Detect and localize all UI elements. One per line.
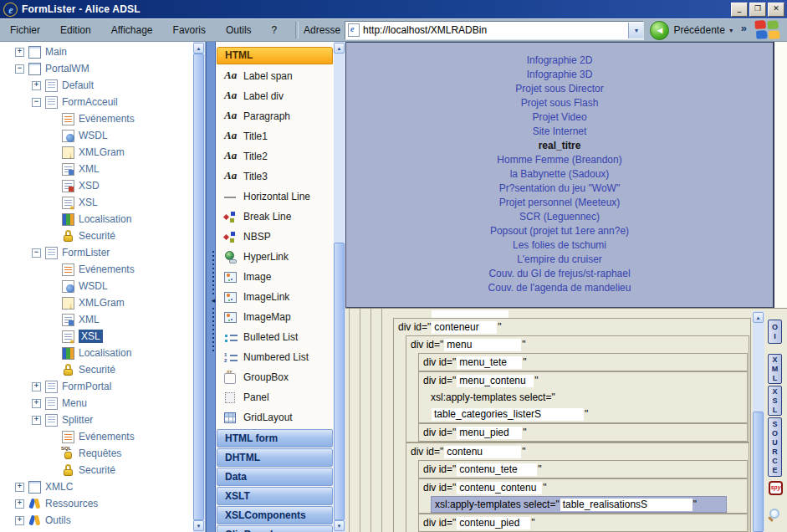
preview-link[interactable]: Infographie 3D — [346, 68, 773, 82]
toolbox-item-gridlayout[interactable]: GridLayout — [217, 407, 333, 427]
toolbox-category-dhtml[interactable]: DHTML — [217, 448, 333, 467]
select-field[interactable]: table_realisationsS — [560, 499, 692, 511]
id-field[interactable]: contenu_contenu — [457, 482, 542, 494]
preview-link[interactable]: Infographie 2D — [346, 54, 773, 68]
id-field[interactable]: menu_pied — [457, 427, 522, 439]
expand-icon[interactable]: + — [15, 516, 24, 525]
tree-item-securite[interactable]: Securité — [0, 462, 192, 478]
tree-item-requetes[interactable]: Requêtes — [0, 445, 192, 462]
expand-icon[interactable]: + — [32, 81, 41, 90]
toolbox-item-imagelink[interactable]: ImageLink — [217, 287, 333, 307]
node-label[interactable]: div id="menu_pied" — [419, 424, 747, 441]
tree-item-outils[interactable]: +Outils — [0, 512, 192, 529]
id-field[interactable]: menu_tete — [457, 356, 522, 369]
tree-item-wsdl[interactable]: WSDL — [0, 278, 192, 294]
node-label[interactable]: div id="menu_tete" — [419, 354, 747, 371]
expand-icon[interactable]: + — [32, 382, 41, 391]
tree-item-portalwm[interactable]: −PortalWM — [0, 60, 192, 77]
id-field[interactable]: contenu_tete — [457, 463, 537, 476]
toolbox-item-label-span[interactable]: Label span — [217, 66, 333, 86]
node-label[interactable]: div id="conteneur" — [394, 319, 750, 335]
tree-scrollbar-thumb[interactable] — [193, 54, 204, 520]
node-conteneur[interactable]: div id="conteneur" div id="menu" div id=… — [393, 318, 751, 532]
address-input[interactable]: http://localhost/XMLRADBin ▼ — [345, 21, 644, 40]
back-arrow-icon[interactable]: ◄ — [650, 21, 669, 40]
id-field[interactable]: contenu_pied — [457, 517, 530, 529]
preview-link[interactable]: Projet personnel (Meeteux) — [346, 196, 773, 210]
toolbox-item-title3[interactable]: Title3 — [217, 166, 333, 187]
tree-item-evenements[interactable]: Evénements — [0, 110, 192, 127]
id-field[interactable]: menu_contenu — [457, 375, 534, 387]
scroll-up-icon[interactable]: ▲ — [193, 43, 204, 54]
preview-link[interactable]: L'empire du cruiser — [346, 253, 773, 267]
node-contenu[interactable]: div id="contenu" div id="contenu_tete" d… — [406, 442, 749, 532]
expand-icon[interactable]: + — [15, 48, 24, 57]
menu-affichage[interactable]: Affichage — [101, 24, 163, 36]
address-dropdown-icon[interactable]: ▼ — [628, 23, 643, 38]
tree-item-default[interactable]: +Default — [0, 77, 192, 94]
node-label[interactable]: div id="contenu_tete" — [419, 461, 747, 478]
toolbox-item-horizontal-line[interactable]: Horizontal Line — [217, 187, 333, 207]
toolbox-item-title2[interactable]: Title2 — [217, 146, 333, 166]
node-menu-contenu[interactable]: div id="menu_contenu" xsl:apply-template… — [418, 371, 748, 423]
toolbar-overflow-icon[interactable]: » — [741, 22, 747, 34]
expand-icon[interactable]: + — [32, 416, 41, 425]
toolbox-item-break-line[interactable]: Break Line — [217, 207, 333, 227]
menu-help[interactable]: ? — [262, 24, 288, 36]
toolbox-scrollbar-thumb[interactable] — [334, 243, 345, 520]
collapse-icon[interactable]: − — [15, 64, 24, 74]
tree-scrollbar[interactable]: ▲ ▼ — [193, 42, 205, 532]
magnifier-icon[interactable] — [769, 509, 779, 519]
toolbox-category-html[interactable]: HTML — [217, 47, 333, 64]
tree-item-splitter[interactable]: +Splitter — [0, 412, 192, 428]
restore-button[interactable]: ❐ — [749, 3, 766, 17]
node-label[interactable]: div id="contenu_pied" — [419, 514, 747, 531]
tree-item-formacceuil[interactable]: −FormAcceuil — [0, 94, 192, 110]
toolbox-item-hyperlink[interactable]: HyperLink — [217, 247, 333, 267]
tree-item-ressources[interactable]: +Ressources — [0, 495, 192, 512]
node-apply-templates[interactable]: xsl:apply-templates select=" table_categ… — [419, 389, 747, 422]
node-menu[interactable]: div id="menu" div id="menu_tete" div id=… — [406, 335, 749, 442]
node-menu-tete[interactable]: div id="menu_tete" — [418, 353, 748, 371]
toolbox-item-label-div[interactable]: Label div — [217, 86, 333, 106]
tree-item-securite[interactable]: Securité — [0, 228, 192, 244]
id-field[interactable]: menu — [444, 339, 521, 351]
tree-item-xsl[interactable]: XSL — [0, 328, 192, 345]
tree-item-xmlgram[interactable]: XMLGram — [0, 144, 192, 161]
collapse-icon[interactable]: − — [32, 248, 41, 258]
panel-splitter[interactable]: ◄ — [206, 42, 216, 532]
tree-item-wsdl[interactable]: WSDL — [0, 127, 192, 144]
tree-item-xsd[interactable]: XSD — [0, 177, 192, 194]
designer-scrollbar-thumb[interactable] — [753, 412, 764, 532]
toolbox-item-bulleted-list[interactable]: Bulleted List — [217, 327, 333, 347]
menu-outils[interactable]: Outils — [216, 24, 262, 36]
toolbox-item-nbsp[interactable]: NBSP — [217, 227, 333, 247]
menu-favoris[interactable]: Favoris — [163, 24, 216, 36]
tree-item-formlister[interactable]: −FormLister — [0, 244, 192, 261]
tree-item-securite[interactable]: Securité — [0, 361, 192, 378]
toolbox-item-numbered-list[interactable]: Numbered List — [217, 347, 333, 367]
expand-icon[interactable]: + — [15, 483, 24, 492]
toolbox-scrollbar[interactable]: ▲ ▼ — [334, 42, 345, 532]
tree-item-xml[interactable]: XML — [0, 311, 192, 328]
tab-xsl[interactable]: XSL — [768, 386, 782, 416]
toolbox-category-xslcomponents[interactable]: XSLComponents — [217, 506, 333, 524]
scroll-up-icon[interactable]: ▲ — [334, 43, 345, 54]
node-contenu-tete[interactable]: div id="contenu_tete" — [418, 460, 748, 478]
close-button[interactable]: ✕ — [768, 3, 784, 17]
address-value[interactable]: http://localhost/XMLRADBin — [363, 24, 628, 36]
toolbox-item-image[interactable]: Image — [217, 267, 333, 287]
toolbox-item-groupbox[interactable]: GroupBox — [217, 367, 333, 387]
toolbox-category-data[interactable]: Data — [217, 468, 333, 486]
preview-link[interactable]: Projet sous Flash — [346, 96, 773, 110]
expand-icon[interactable]: + — [32, 399, 41, 408]
expand-icon[interactable]: + — [15, 499, 24, 509]
node-label[interactable]: div id="menu_contenu" — [419, 372, 747, 389]
preview-link[interactable]: Projet sous Director — [346, 82, 773, 96]
preview-link[interactable]: Popsout (projet tut 1ere ann?e) — [346, 224, 773, 238]
tree-item-main[interactable]: +Main — [0, 43, 192, 60]
tab-source[interactable]: SOURCE — [768, 417, 782, 477]
preview-link[interactable]: Pr?sentation du jeu "WoW" — [346, 182, 773, 196]
back-dropdown-icon[interactable]: ▼ — [728, 28, 734, 33]
tree-item-menu[interactable]: +Menu — [0, 395, 192, 412]
